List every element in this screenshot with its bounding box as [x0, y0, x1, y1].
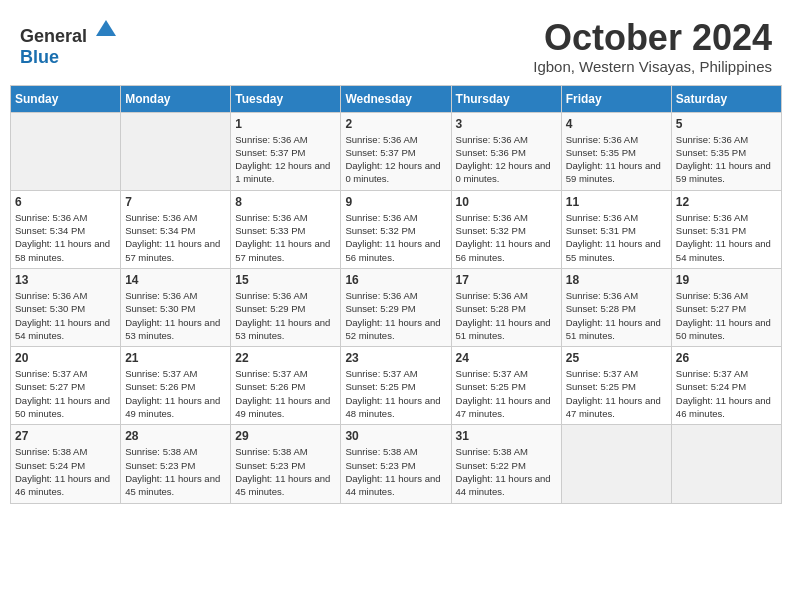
location-title: Igbon, Western Visayas, Philippines [533, 58, 772, 75]
day-number: 11 [566, 195, 667, 209]
calendar-table: SundayMondayTuesdayWednesdayThursdayFrid… [10, 85, 782, 504]
day-info: Sunrise: 5:38 AMSunset: 5:23 PMDaylight:… [345, 445, 446, 498]
day-info: Sunrise: 5:36 AMSunset: 5:32 PMDaylight:… [345, 211, 446, 264]
day-number: 3 [456, 117, 557, 131]
day-info: Sunrise: 5:37 AMSunset: 5:26 PMDaylight:… [235, 367, 336, 420]
calendar-cell: 23Sunrise: 5:37 AMSunset: 5:25 PMDayligh… [341, 347, 451, 425]
day-header-sunday: Sunday [11, 85, 121, 112]
calendar-cell: 26Sunrise: 5:37 AMSunset: 5:24 PMDayligh… [671, 347, 781, 425]
calendar-cell: 3Sunrise: 5:36 AMSunset: 5:36 PMDaylight… [451, 112, 561, 190]
calendar-cell: 14Sunrise: 5:36 AMSunset: 5:30 PMDayligh… [121, 268, 231, 346]
day-info: Sunrise: 5:37 AMSunset: 5:25 PMDaylight:… [456, 367, 557, 420]
day-info: Sunrise: 5:38 AMSunset: 5:22 PMDaylight:… [456, 445, 557, 498]
day-info: Sunrise: 5:38 AMSunset: 5:24 PMDaylight:… [15, 445, 116, 498]
day-number: 5 [676, 117, 777, 131]
day-number: 15 [235, 273, 336, 287]
calendar-cell: 12Sunrise: 5:36 AMSunset: 5:31 PMDayligh… [671, 190, 781, 268]
day-number: 13 [15, 273, 116, 287]
day-number: 26 [676, 351, 777, 365]
calendar-cell: 1Sunrise: 5:36 AMSunset: 5:37 PMDaylight… [231, 112, 341, 190]
calendar-cell: 8Sunrise: 5:36 AMSunset: 5:33 PMDaylight… [231, 190, 341, 268]
day-info: Sunrise: 5:36 AMSunset: 5:35 PMDaylight:… [566, 133, 667, 186]
week-row-0: 1Sunrise: 5:36 AMSunset: 5:37 PMDaylight… [11, 112, 782, 190]
day-info: Sunrise: 5:36 AMSunset: 5:35 PMDaylight:… [676, 133, 777, 186]
calendar-cell: 19Sunrise: 5:36 AMSunset: 5:27 PMDayligh… [671, 268, 781, 346]
calendar-cell [561, 425, 671, 503]
logo-blue: Blue [20, 47, 59, 67]
day-info: Sunrise: 5:36 AMSunset: 5:29 PMDaylight:… [345, 289, 446, 342]
logo: General Blue [20, 18, 118, 68]
svg-marker-0 [96, 20, 116, 36]
week-row-2: 13Sunrise: 5:36 AMSunset: 5:30 PMDayligh… [11, 268, 782, 346]
calendar-cell: 10Sunrise: 5:36 AMSunset: 5:32 PMDayligh… [451, 190, 561, 268]
day-number: 9 [345, 195, 446, 209]
week-row-3: 20Sunrise: 5:37 AMSunset: 5:27 PMDayligh… [11, 347, 782, 425]
calendar-cell: 21Sunrise: 5:37 AMSunset: 5:26 PMDayligh… [121, 347, 231, 425]
day-header-saturday: Saturday [671, 85, 781, 112]
logo-general: General [20, 26, 87, 46]
day-info: Sunrise: 5:36 AMSunset: 5:27 PMDaylight:… [676, 289, 777, 342]
day-info: Sunrise: 5:36 AMSunset: 5:37 PMDaylight:… [235, 133, 336, 186]
day-number: 29 [235, 429, 336, 443]
day-number: 21 [125, 351, 226, 365]
day-number: 27 [15, 429, 116, 443]
day-number: 31 [456, 429, 557, 443]
day-number: 12 [676, 195, 777, 209]
day-number: 1 [235, 117, 336, 131]
day-header-friday: Friday [561, 85, 671, 112]
day-number: 8 [235, 195, 336, 209]
calendar-cell: 28Sunrise: 5:38 AMSunset: 5:23 PMDayligh… [121, 425, 231, 503]
calendar-cell: 9Sunrise: 5:36 AMSunset: 5:32 PMDaylight… [341, 190, 451, 268]
day-number: 4 [566, 117, 667, 131]
day-header-thursday: Thursday [451, 85, 561, 112]
day-number: 10 [456, 195, 557, 209]
day-info: Sunrise: 5:37 AMSunset: 5:26 PMDaylight:… [125, 367, 226, 420]
week-row-1: 6Sunrise: 5:36 AMSunset: 5:34 PMDaylight… [11, 190, 782, 268]
day-number: 14 [125, 273, 226, 287]
day-info: Sunrise: 5:38 AMSunset: 5:23 PMDaylight:… [235, 445, 336, 498]
day-header-tuesday: Tuesday [231, 85, 341, 112]
day-number: 30 [345, 429, 446, 443]
day-info: Sunrise: 5:36 AMSunset: 5:32 PMDaylight:… [456, 211, 557, 264]
day-info: Sunrise: 5:36 AMSunset: 5:34 PMDaylight:… [15, 211, 116, 264]
calendar-cell: 30Sunrise: 5:38 AMSunset: 5:23 PMDayligh… [341, 425, 451, 503]
day-number: 28 [125, 429, 226, 443]
day-info: Sunrise: 5:36 AMSunset: 5:28 PMDaylight:… [456, 289, 557, 342]
calendar-cell: 13Sunrise: 5:36 AMSunset: 5:30 PMDayligh… [11, 268, 121, 346]
day-info: Sunrise: 5:36 AMSunset: 5:29 PMDaylight:… [235, 289, 336, 342]
day-info: Sunrise: 5:37 AMSunset: 5:25 PMDaylight:… [345, 367, 446, 420]
calendar-cell: 18Sunrise: 5:36 AMSunset: 5:28 PMDayligh… [561, 268, 671, 346]
calendar-header: SundayMondayTuesdayWednesdayThursdayFrid… [11, 85, 782, 112]
calendar-cell: 11Sunrise: 5:36 AMSunset: 5:31 PMDayligh… [561, 190, 671, 268]
calendar-cell: 22Sunrise: 5:37 AMSunset: 5:26 PMDayligh… [231, 347, 341, 425]
calendar-body: 1Sunrise: 5:36 AMSunset: 5:37 PMDaylight… [11, 112, 782, 503]
calendar-cell: 6Sunrise: 5:36 AMSunset: 5:34 PMDaylight… [11, 190, 121, 268]
day-info: Sunrise: 5:37 AMSunset: 5:25 PMDaylight:… [566, 367, 667, 420]
day-info: Sunrise: 5:36 AMSunset: 5:28 PMDaylight:… [566, 289, 667, 342]
day-info: Sunrise: 5:36 AMSunset: 5:31 PMDaylight:… [676, 211, 777, 264]
calendar-cell: 20Sunrise: 5:37 AMSunset: 5:27 PMDayligh… [11, 347, 121, 425]
calendar-cell: 2Sunrise: 5:36 AMSunset: 5:37 PMDaylight… [341, 112, 451, 190]
calendar-cell: 7Sunrise: 5:36 AMSunset: 5:34 PMDaylight… [121, 190, 231, 268]
day-number: 7 [125, 195, 226, 209]
logo-text: General Blue [20, 18, 118, 68]
day-header-wednesday: Wednesday [341, 85, 451, 112]
header-row: SundayMondayTuesdayWednesdayThursdayFrid… [11, 85, 782, 112]
calendar-cell [11, 112, 121, 190]
day-header-monday: Monday [121, 85, 231, 112]
day-info: Sunrise: 5:37 AMSunset: 5:27 PMDaylight:… [15, 367, 116, 420]
day-number: 19 [676, 273, 777, 287]
day-number: 17 [456, 273, 557, 287]
calendar-cell: 16Sunrise: 5:36 AMSunset: 5:29 PMDayligh… [341, 268, 451, 346]
calendar-cell [671, 425, 781, 503]
week-row-4: 27Sunrise: 5:38 AMSunset: 5:24 PMDayligh… [11, 425, 782, 503]
day-info: Sunrise: 5:36 AMSunset: 5:31 PMDaylight:… [566, 211, 667, 264]
day-number: 25 [566, 351, 667, 365]
calendar-cell: 4Sunrise: 5:36 AMSunset: 5:35 PMDaylight… [561, 112, 671, 190]
day-number: 23 [345, 351, 446, 365]
day-number: 2 [345, 117, 446, 131]
calendar-cell: 15Sunrise: 5:36 AMSunset: 5:29 PMDayligh… [231, 268, 341, 346]
month-title: October 2024 [533, 18, 772, 58]
calendar-cell: 5Sunrise: 5:36 AMSunset: 5:35 PMDaylight… [671, 112, 781, 190]
day-number: 18 [566, 273, 667, 287]
